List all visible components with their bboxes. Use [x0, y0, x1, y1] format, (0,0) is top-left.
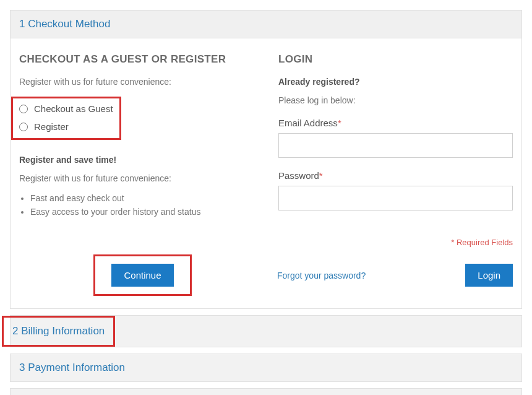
guest-register-panel: CHECKOUT AS A GUEST OR REGISTER Register…	[19, 53, 266, 220]
benefit-item: Fast and easy check out	[30, 193, 266, 203]
radio-register-label: Register	[34, 121, 69, 132]
login-panel: LOGIN Already registered? Please log in …	[278, 53, 513, 220]
step-checkout-method: 1 Checkout Method CHECKOUT AS A GUEST OR…	[10, 10, 522, 309]
step-1-body: CHECKOUT AS A GUEST OR REGISTER Register…	[11, 38, 521, 308]
radio-register-input[interactable]	[19, 123, 28, 131]
required-fields-note: * Required Fields	[19, 238, 513, 247]
password-label: Password*	[278, 170, 513, 181]
step-4-header[interactable]: 4 Order Review	[11, 389, 521, 395]
convenience-text: Register with us for future convenience:	[19, 173, 266, 183]
radio-highlight-box: Checkout as Guest Register	[11, 97, 121, 140]
radio-register[interactable]: Register	[19, 121, 113, 132]
email-label: Email Address*	[278, 118, 513, 128]
step-3-header[interactable]: 3 Payment Information	[11, 354, 521, 381]
required-star: *	[319, 170, 323, 181]
radio-guest-input[interactable]	[19, 105, 28, 113]
continue-highlight-box: Continue	[93, 254, 191, 296]
login-title: LOGIN	[278, 53, 513, 66]
step-3-title: 3 Payment Information	[19, 362, 125, 373]
guest-title: CHECKOUT AS A GUEST OR REGISTER	[19, 53, 266, 66]
step-order-review: 4 Order Review	[10, 388, 522, 395]
password-label-text: Password	[278, 170, 319, 181]
email-label-text: Email Address	[278, 118, 338, 128]
please-login: Please log in below:	[278, 95, 513, 105]
step-billing-information: 2 Billing Information	[10, 315, 522, 347]
continue-button[interactable]: Continue	[111, 264, 173, 287]
step-payment-information: 3 Payment Information	[10, 354, 522, 382]
actions-row: Continue Forgot your password? Login	[19, 254, 513, 296]
step-2-title: 2 Billing Information	[2, 316, 115, 347]
step-1-title: 1 Checkout Method	[19, 18, 110, 30]
password-field[interactable]	[278, 186, 513, 211]
benefit-item: Easy access to your order history and st…	[30, 207, 266, 217]
login-button[interactable]: Login	[465, 264, 513, 287]
guest-subtitle: Register with us for future convenience:	[19, 77, 266, 87]
step-1-header[interactable]: 1 Checkout Method	[11, 11, 521, 38]
already-registered: Already registered?	[278, 77, 513, 87]
email-field[interactable]	[278, 133, 513, 158]
benefits-list: Fast and easy check out Easy access to y…	[19, 193, 266, 217]
radio-checkout-guest[interactable]: Checkout as Guest	[19, 103, 113, 114]
required-star: *	[338, 118, 341, 128]
step-2-header[interactable]: 2 Billing Information	[11, 316, 521, 347]
save-time-heading: Register and save time!	[19, 155, 266, 165]
radio-guest-label: Checkout as Guest	[34, 103, 113, 114]
forgot-password-link[interactable]: Forgot your password?	[277, 271, 366, 280]
